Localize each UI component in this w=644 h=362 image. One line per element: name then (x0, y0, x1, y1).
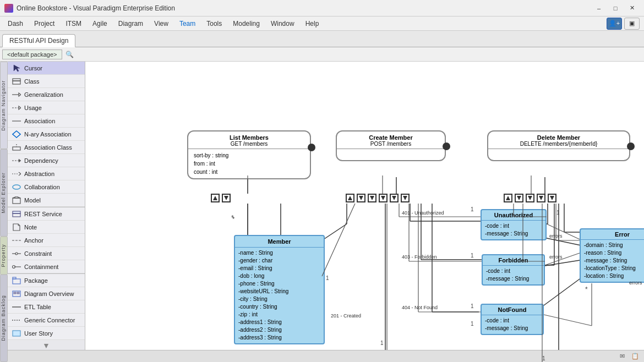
error-class-name: Error (581, 229, 644, 240)
app-icon (4, 4, 13, 13)
svg-rect-32 (13, 277, 16, 279)
package-icon (11, 276, 22, 285)
sidebar-item-cursor[interactable]: Cursor (8, 62, 85, 75)
menu-modeling[interactable]: Modeling (227, 18, 265, 29)
anchor-icon (11, 236, 22, 245)
sidebar-item-abstraction[interactable]: Abstraction (8, 167, 85, 180)
maximize-button[interactable]: □ (608, 3, 623, 14)
sidebar-section-diagram-backlog[interactable]: Diagram Backlog (0, 275, 8, 362)
sidebar-section-diagram-navigator[interactable]: Diagram Navigator (0, 62, 8, 149)
etl-table-icon (11, 303, 22, 311)
sidebar-item-usage[interactable]: Usage (8, 101, 85, 114)
svg-text:403 - Forbidden: 403 - Forbidden (402, 254, 437, 260)
rest-box-delete-member[interactable]: Delete Member DELETE /members/{memberId} (487, 130, 630, 161)
svg-rect-38 (13, 331, 20, 336)
window-title: Online Bookstore - Visual Paradigm Enter… (17, 4, 591, 12)
svg-marker-4 (19, 93, 21, 96)
svg-text:201 - Created: 201 - Created (331, 313, 361, 319)
collaboration-icon (11, 183, 22, 191)
port-arrow-3e (548, 194, 556, 202)
minimize-button[interactable]: – (591, 3, 607, 14)
menu-help[interactable]: Help (300, 18, 325, 29)
menu-window[interactable]: Window (265, 18, 300, 29)
svg-text:errors: errors (549, 254, 563, 260)
generalization-icon (11, 90, 22, 99)
left-sidebar: Diagram Navigator Model Explorer Propert… (0, 62, 85, 362)
class-member[interactable]: Member -name : String -gender : char -em… (234, 235, 325, 344)
search-button[interactable]: 🔍 (64, 49, 75, 60)
menu-tools[interactable]: Tools (201, 18, 227, 29)
sidebar-item-containment[interactable]: Containment (8, 260, 85, 273)
sidebar-item-generalization[interactable]: Generalization (8, 88, 85, 101)
sidebar-section-model-explorer[interactable]: Model Explorer (0, 149, 8, 237)
sidebar-item-class[interactable]: Class (8, 75, 85, 88)
user-icon-button[interactable]: 👤+ (607, 18, 622, 30)
delete-member-ports (504, 194, 556, 202)
menu-itsm[interactable]: ITSM (60, 18, 87, 29)
sidebar-item-association-class[interactable]: Association Class (8, 141, 85, 154)
sidebar-item-association[interactable]: Association (8, 114, 85, 128)
sidebar-item-constraint[interactable]: Constraint (8, 247, 85, 260)
svg-marker-70 (359, 196, 363, 200)
notfound-class-name: NotFound (482, 305, 543, 315)
note-icon (11, 223, 22, 232)
notification-icon[interactable]: 📋 (631, 352, 640, 361)
canvas-inner: * List Members GET /members sort-by : st… (85, 62, 636, 362)
svg-line-83 (322, 204, 355, 276)
sidebar-item-generic-connector[interactable]: Generic Connector (8, 314, 85, 327)
create-member-connector-dot (443, 142, 450, 150)
forbidden-class-name: Forbidden (483, 255, 544, 266)
svg-marker-0 (14, 65, 20, 72)
package-breadcrumb[interactable]: <default package> (2, 50, 62, 59)
sidebar-item-n-ary-association[interactable]: N-ary Association (8, 128, 85, 141)
sidebar-section-property[interactable]: Property (0, 237, 8, 275)
menu-diagram[interactable]: Diagram (113, 18, 149, 29)
sidebar-item-package[interactable]: Package (8, 274, 85, 287)
svg-line-103 (544, 315, 592, 326)
delete-member-title: Delete Member (493, 134, 625, 141)
class-notfound[interactable]: NotFound -code : int -message : String (481, 304, 544, 335)
list-members-param-1: sort-by : string (194, 151, 304, 160)
unauthorized-class-attrs: -code : int -message : String (482, 221, 545, 239)
port-arrow-down-1 (222, 194, 231, 202)
tab-restful-api-design[interactable]: RESTful API Design (2, 34, 75, 47)
rest-box-create-member[interactable]: Create Member POST /members (336, 130, 446, 161)
n-ary-icon (11, 130, 22, 139)
svg-marker-18 (13, 196, 20, 198)
svg-marker-78 (539, 196, 543, 200)
tab-bar: RESTful API Design (0, 31, 644, 47)
class-icon (11, 77, 22, 86)
sidebar-item-collaboration[interactable]: Collaboration (8, 180, 85, 194)
sidebar-item-note[interactable]: Note (8, 221, 85, 234)
sidebar-item-model[interactable]: Model (8, 194, 85, 207)
svg-marker-8 (13, 131, 20, 138)
sidebar-item-rest-service[interactable]: REST Service (8, 207, 85, 221)
class-unauthorized[interactable]: Unauthorized -code : int -message : Stri… (481, 209, 547, 240)
svg-text:1: 1 (326, 275, 329, 281)
svg-marker-76 (517, 196, 521, 200)
menu-agile[interactable]: Agile (87, 18, 113, 29)
svg-rect-19 (13, 211, 20, 213)
class-error[interactable]: Error -domain : String -reason : String … (580, 228, 644, 283)
svg-text:404 - Not Found: 404 - Not Found (402, 305, 438, 310)
sidebar-item-anchor[interactable]: Anchor (8, 234, 85, 247)
sidebar-item-dependency[interactable]: Dependency (8, 154, 85, 167)
canvas[interactable]: * List Members GET /members sort-by : st… (85, 62, 644, 362)
layout-icon-button[interactable]: ▣ (624, 18, 640, 30)
svg-marker-71 (370, 196, 374, 200)
rest-box-list-members[interactable]: List Members GET /members sort-by : stri… (187, 130, 311, 179)
menu-view[interactable]: View (149, 18, 174, 29)
sidebar-item-diagram-overview[interactable]: Diagram Overview (8, 287, 85, 300)
menu-team[interactable]: Team (174, 18, 201, 29)
sidebar-item-user-story[interactable]: User Story (8, 327, 85, 340)
menu-project[interactable]: Project (29, 18, 60, 29)
mail-icon[interactable]: ✉ (618, 352, 626, 361)
svg-text:1: 1 (556, 210, 560, 216)
rest-service-icon (11, 210, 22, 218)
class-forbidden[interactable]: Forbidden -code : int -message : String (482, 254, 545, 286)
svg-rect-34 (14, 292, 16, 294)
menu-dash[interactable]: Dash (2, 18, 29, 29)
sidebar-item-etl-table[interactable]: ETL Table (8, 300, 85, 314)
unauthorized-class-name: Unauthorized (482, 210, 545, 221)
close-button[interactable]: ✕ (624, 3, 640, 14)
